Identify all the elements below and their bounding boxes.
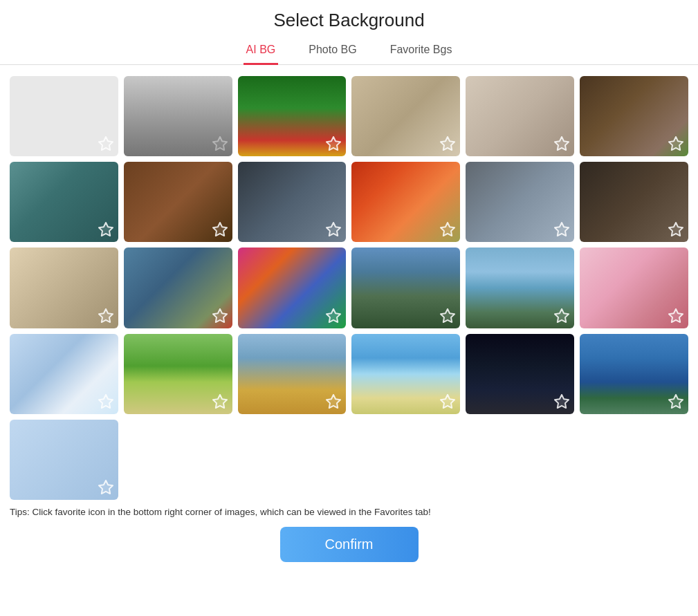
favorite-star-25[interactable] — [98, 479, 114, 496]
favorite-star-6[interactable] — [668, 136, 684, 152]
favorite-star-22[interactable] — [439, 393, 456, 410]
image-cell-13[interactable] — [10, 248, 118, 328]
image-cell-22[interactable] — [351, 334, 460, 414]
favorite-star-4[interactable] — [439, 136, 456, 152]
page-title: Select Background — [0, 0, 698, 38]
image-cell-1[interactable] — [10, 76, 118, 156]
image-cell-15[interactable] — [238, 248, 347, 328]
image-cell-25[interactable] — [10, 420, 118, 500]
tab-ai-bg[interactable]: AI BG — [244, 38, 279, 65]
tab-photo-bg[interactable]: Photo BG — [306, 38, 359, 65]
favorite-star-13[interactable] — [98, 308, 114, 324]
favorite-star-23[interactable] — [553, 393, 570, 410]
confirm-button[interactable]: Confirm — [280, 527, 419, 562]
image-cell-7[interactable] — [10, 162, 118, 242]
favorite-star-5[interactable] — [553, 136, 570, 152]
favorite-star-15[interactable] — [325, 308, 342, 324]
image-cell-10[interactable] — [351, 162, 460, 242]
favorite-star-21[interactable] — [325, 393, 342, 410]
image-cell-12[interactable] — [580, 162, 688, 242]
favorite-star-24[interactable] — [668, 393, 684, 410]
image-cell-18[interactable] — [580, 248, 688, 328]
favorite-star-9[interactable] — [325, 221, 342, 238]
image-cell-14[interactable] — [124, 248, 232, 328]
favorite-star-12[interactable] — [668, 221, 684, 238]
image-cell-9[interactable] — [238, 162, 347, 242]
favorite-star-3[interactable] — [325, 136, 342, 152]
image-cell-6[interactable] — [580, 76, 688, 156]
image-cell-20[interactable] — [124, 334, 232, 414]
favorite-star-1[interactable] — [98, 136, 114, 152]
favorite-star-20[interactable] — [212, 393, 228, 410]
image-cell-2[interactable] — [124, 76, 232, 156]
image-cell-4[interactable] — [351, 76, 460, 156]
favorite-star-10[interactable] — [439, 221, 456, 238]
image-cell-21[interactable] — [238, 334, 347, 414]
image-cell-24[interactable] — [580, 334, 688, 414]
image-cell-17[interactable] — [466, 248, 574, 328]
favorite-star-7[interactable] — [98, 221, 114, 238]
image-cell-3[interactable] — [238, 76, 347, 156]
image-cell-16[interactable] — [351, 248, 460, 328]
favorite-star-17[interactable] — [553, 308, 570, 324]
favorite-star-19[interactable] — [98, 393, 114, 410]
tips-text: Tips: Click favorite icon in the bottom … — [0, 500, 698, 521]
image-cell-19[interactable] — [10, 334, 118, 414]
image-cell-5[interactable] — [466, 76, 574, 156]
image-grid — [0, 76, 698, 500]
tab-bar: AI BG Photo BG Favorite Bgs — [0, 38, 698, 65]
favorite-star-11[interactable] — [553, 221, 570, 238]
favorite-star-8[interactable] — [212, 221, 228, 238]
favorite-star-16[interactable] — [439, 308, 456, 324]
favorite-star-18[interactable] — [668, 308, 684, 324]
tab-favorite-bgs[interactable]: Favorite Bgs — [387, 38, 455, 65]
image-cell-8[interactable] — [124, 162, 232, 242]
image-cell-23[interactable] — [466, 334, 574, 414]
favorite-star-2[interactable] — [212, 136, 228, 152]
image-cell-11[interactable] — [466, 162, 574, 242]
favorite-star-14[interactable] — [212, 308, 228, 324]
